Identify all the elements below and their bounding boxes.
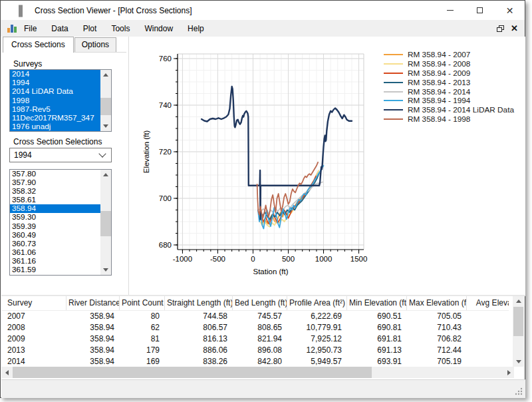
table-cell: 358.94 (66, 322, 120, 333)
scrollbar-thumb[interactable] (13, 367, 372, 378)
svg-text:680: 680 (159, 241, 172, 249)
legend-entry: RM 358.94 - 2008 (384, 59, 514, 69)
app-window: Cross Section Viewer - [Plot Cross Secti… (0, 0, 525, 398)
panel-tab[interactable]: Cross Sections (3, 37, 74, 53)
column-header[interactable]: Bed Length (ft) (233, 296, 287, 310)
scrollbar-thumb[interactable] (513, 307, 523, 336)
sections-scrollbar[interactable] (100, 170, 111, 275)
column-header[interactable]: Straight Length (ft) (165, 296, 233, 310)
svg-text:-500: -500 (210, 255, 225, 263)
scroll-up-icon[interactable] (100, 170, 111, 180)
menu-items: FileDataPlotToolsWindowHelp (17, 21, 211, 36)
column-header[interactable]: Min Elevation (ft) (347, 296, 407, 310)
surveys-listbox: 201419942014 LiDAR Data19981987-Rev511De… (9, 69, 112, 132)
panel-tab[interactable]: Options (74, 37, 116, 52)
legend-line-swatch (384, 100, 403, 101)
table-vertical-scrollbar[interactable] (513, 296, 524, 367)
scroll-up-icon[interactable] (513, 296, 524, 306)
window-title: Cross Section Viewer - [Plot Cross Secti… (35, 6, 192, 15)
scroll-down-icon[interactable] (100, 265, 111, 275)
table-cell: 12,950.73 (287, 345, 347, 356)
menu-item[interactable]: Help (180, 21, 211, 36)
svg-text:1000: 1000 (315, 255, 332, 263)
table-cell: 700 (467, 311, 509, 322)
svg-text:720: 720 (159, 148, 172, 156)
column-header[interactable]: River Distance (66, 296, 120, 310)
table-cell: 2009 (1, 333, 66, 345)
scrollbar-thumb[interactable] (100, 211, 111, 236)
table-row[interactable]: 2013358.94179886.06896.0812,950.73691.13… (1, 345, 509, 356)
svg-text:Station (ft): Station (ft) (253, 268, 288, 276)
menu-item[interactable]: Tools (104, 21, 137, 36)
menu-item[interactable]: Window (137, 21, 180, 36)
table-row[interactable]: 2007358.9480744.58745.576,222.69690.5170… (1, 311, 509, 322)
scroll-left-icon[interactable] (1, 367, 12, 378)
menu-item[interactable]: Data (44, 21, 75, 36)
svg-text:740: 740 (159, 101, 172, 109)
maximize-icon (477, 7, 483, 13)
survey-list-item[interactable]: 1998 (10, 97, 100, 105)
table-cell: 358.94 (66, 356, 120, 367)
table-cell: 886.06 (165, 345, 233, 356)
table-cell: 6,222.69 (287, 311, 347, 322)
column-header[interactable]: Avg Elevation (ft (467, 296, 509, 310)
mdi-close-button[interactable]: ✕ (511, 23, 518, 33)
maximize-button[interactable] (465, 1, 495, 20)
section-list-item[interactable]: 361.59 (10, 266, 100, 274)
scroll-up-icon[interactable] (100, 70, 111, 80)
svg-text:-1000: -1000 (173, 255, 192, 263)
chevron-down-icon (98, 150, 106, 157)
legend-entry: RM 358.94 - 2007 (384, 50, 514, 59)
table-row[interactable]: 2008358.9462806.57808.6510,779.91690.817… (1, 322, 509, 333)
column-header[interactable]: Point Count (120, 296, 165, 310)
table-cell: 690.81 (347, 322, 407, 333)
column-header[interactable]: Max Elevation (ft) (407, 296, 467, 310)
legend-entry: RM 358.94 - 1994 (384, 96, 514, 105)
scrollbar-thumb[interactable] (100, 98, 111, 115)
column-header[interactable]: Survey (1, 296, 66, 310)
scroll-right-icon[interactable] (503, 367, 514, 378)
surveys-scrollbar[interactable] (100, 70, 111, 131)
bar-chart-icon (7, 24, 17, 33)
menu-item[interactable]: File (17, 21, 44, 36)
table-row[interactable]: 2014358.94169838.26842.805,949.57693.917… (1, 356, 509, 367)
table-cell: 2008 (1, 322, 66, 333)
survey-list-item[interactable]: 1976 unadj (10, 122, 100, 131)
table-cell: 2013 (1, 345, 66, 356)
svg-text:500: 500 (282, 255, 295, 263)
section-list-item[interactable]: 360.49 (10, 231, 100, 240)
cross-sections-panel: Cross SectionsOptions Surveys 2014199420… (1, 37, 129, 295)
scroll-down-icon[interactable] (513, 357, 524, 367)
scroll-down-icon[interactable] (100, 121, 111, 131)
title-bar[interactable]: Cross Section Viewer - [Plot Cross Secti… (1, 1, 525, 20)
table-cell: 838.26 (165, 356, 233, 367)
legend-entry: RM 358.94 - 2009 (384, 69, 514, 78)
panel-tabs: Cross SectionsOptions (3, 38, 126, 53)
close-button[interactable]: ✕ (495, 1, 525, 20)
table-cell: 691.81 (347, 333, 407, 345)
section-list-item[interactable]: 359.39 (10, 222, 100, 231)
table-cell: 744.58 (165, 311, 233, 322)
column-header[interactable]: Profile Area (ft²) (287, 296, 347, 310)
mdi-restore-button[interactable] (497, 25, 504, 32)
cross-section-selections-dropdown[interactable]: 1994 (9, 148, 112, 162)
chart-area: -1000-500050010001500680700720740760Stat… (130, 37, 525, 295)
table-horizontal-scrollbar[interactable] (1, 367, 514, 378)
section-list-item[interactable]: 359.30 (10, 213, 100, 222)
table-cell: 358.94 (66, 345, 120, 356)
table-cell: 2007 (1, 311, 66, 322)
table-cell: 705.05 (407, 311, 467, 322)
menu-item[interactable]: Plot (76, 21, 104, 36)
section-list-item[interactable]: 361.06 (10, 248, 100, 257)
minimize-button[interactable] (435, 1, 465, 20)
chart-legend: RM 358.94 - 2007 RM 358.94 - 2008 RM 358… (384, 50, 514, 124)
section-list-item[interactable]: 360.73 (10, 240, 100, 248)
table-cell: 705 (467, 345, 509, 356)
cross-section-plot: -1000-500050010001500680700720740760Stat… (140, 42, 373, 282)
table-cell: 179 (120, 345, 165, 356)
resize-grip[interactable] (514, 387, 523, 396)
legend-entry: RM 358.94 - 1998 (384, 114, 514, 124)
table-row[interactable]: 2009358.9481816.13821.947,925.12691.8170… (1, 333, 509, 345)
status-bar (1, 379, 525, 398)
survey-list-item[interactable]: 2014 LiDAR Data (10, 87, 100, 96)
